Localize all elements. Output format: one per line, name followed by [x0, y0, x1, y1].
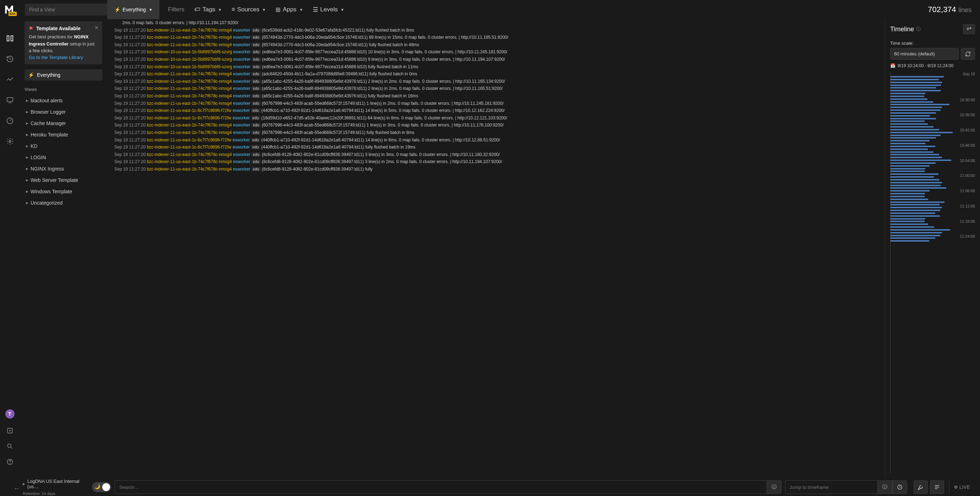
tab-everything[interactable]: ⚡ Everything ▼	[107, 0, 159, 19]
timeline-bar[interactable]	[891, 168, 925, 169]
template-library-link[interactable]: Go to the Template Library	[29, 55, 83, 60]
log-line[interactable]: Sep 19 11:27:20 bzc-indexer-10-us-east-1…	[107, 48, 885, 56]
timeline-bar[interactable]	[891, 196, 924, 197]
log-line[interactable]: Sep 19 11:27:20 bzc-indexer-11-us-east-1…	[107, 27, 885, 34]
timeline-bar[interactable]	[891, 223, 928, 225]
timeline-bar[interactable]	[891, 185, 940, 186]
timeline-bar[interactable]	[891, 218, 925, 220]
timeline-toggle-icon[interactable]	[963, 24, 975, 34]
log-line[interactable]: Sep 19 11:27:20 bzc-indexer-11-us-east-1…	[107, 85, 885, 93]
log-line[interactable]: Sep 19 11:27:20 bzc-indexer-11-us-east-1…	[107, 158, 885, 166]
timeline-bar[interactable]	[891, 107, 942, 108]
timeline-bar[interactable]	[891, 140, 929, 141]
menu-levels[interactable]: ☰Levels▼	[313, 6, 344, 13]
caret-right-icon[interactable]: ▶	[23, 482, 25, 486]
timeline-bar[interactable]	[891, 96, 924, 97]
timeline-bar[interactable]	[891, 120, 924, 122]
live-toggle[interactable]: LIVE	[949, 480, 975, 494]
log-line[interactable]: Sep 19 11:27:20 bzc-indexer-11-us-east-1…	[107, 144, 885, 151]
everything-view[interactable]: ⚡ Everything	[24, 69, 102, 81]
timeline-bar[interactable]	[891, 215, 940, 217]
help-icon[interactable]	[5, 457, 15, 467]
timeline-bar[interactable]	[891, 157, 942, 158]
timeline-bar[interactable]	[891, 212, 935, 214]
timeline-bar[interactable]	[891, 210, 940, 211]
timeline-bar[interactable]	[891, 221, 924, 222]
timeline-bar[interactable]	[891, 85, 941, 86]
timeline-bar[interactable]	[891, 79, 939, 80]
log-line[interactable]: Sep 19 11:27:20 bzc-indexer-11-us-east-1…	[107, 115, 885, 122]
collapse-sidebar-icon[interactable]: ←	[13, 485, 20, 493]
timeline-bar[interactable]	[891, 204, 940, 205]
timeline-bar[interactable]	[891, 173, 939, 175]
screens-icon[interactable]	[5, 95, 15, 105]
find-view-input[interactable]	[25, 3, 107, 16]
timeline-bar[interactable]	[891, 109, 940, 111]
timeline-bar[interactable]	[891, 190, 929, 191]
timeline-bar[interactable]	[891, 82, 942, 83]
views-icon[interactable]	[5, 33, 15, 43]
timeline-bar[interactable]	[891, 93, 925, 94]
timeline-bar[interactable]	[891, 199, 928, 200]
timeline-bar[interactable]	[891, 240, 929, 242]
timeline-bar[interactable]	[891, 182, 942, 183]
theme-toggle[interactable]: 🌙	[92, 482, 111, 492]
log-line[interactable]: Sep 19 11:27:20 bzc-indexer-10-us-east-1…	[107, 63, 885, 71]
clock-icon[interactable]	[892, 480, 907, 494]
log-viewer[interactable]: 2ms. 0 map fails. 0 cluster errors. | ht…	[107, 19, 885, 478]
timeline-bar[interactable]	[891, 159, 951, 161]
timeline-bar[interactable]	[891, 123, 928, 125]
log-line[interactable]: Sep 19 11:27:20 bzc-indexer-11-us-east-1…	[107, 41, 885, 49]
refresh-button[interactable]	[961, 48, 975, 60]
timeline-bar[interactable]	[891, 163, 935, 164]
jump-help-icon[interactable]: ⓘ	[877, 480, 892, 494]
timeline-bar[interactable]	[891, 99, 928, 100]
source-name[interactable]: LogDNA US East Internal (us…	[27, 478, 88, 489]
view-item[interactable]: ▶Windows Template	[24, 186, 102, 197]
log-line[interactable]: Sep 19 11:27:20 bzc-indexer-11-us-east-1…	[107, 129, 885, 136]
timeline-bar[interactable]	[891, 148, 928, 150]
timeline-bar[interactable]	[891, 112, 936, 114]
timeline-bar[interactable]	[891, 152, 934, 153]
timeline-bar[interactable]	[891, 179, 939, 180]
timeline-bar[interactable]	[891, 146, 935, 147]
boards-icon[interactable]	[5, 75, 15, 85]
timeline-bar[interactable]	[891, 235, 940, 236]
add-icon[interactable]	[5, 426, 15, 435]
log-line[interactable]: Sep 19 11:27:20 bzc-indexer-11-us-east-1…	[107, 121, 885, 129]
view-item[interactable]: ▶blackout alerts	[24, 95, 102, 106]
timeline-bar[interactable]	[891, 76, 944, 77]
search-help-icon[interactable]: ⓘ	[767, 480, 781, 494]
timeline-bar[interactable]	[891, 135, 940, 136]
log-line[interactable]: Sep 19 11:27:20 bzc-indexer-11-us-east-1…	[107, 107, 885, 115]
timeline-chart[interactable]: Sep 19 10:30:0010:36:0010:42:0010:48:001…	[890, 72, 975, 473]
log-line[interactable]: Sep 19 11:27:20 bzc-indexer-11-us-east-1…	[107, 34, 885, 41]
gauge-icon[interactable]	[5, 116, 15, 126]
view-item[interactable]: ▶Heroku Template	[24, 129, 102, 140]
timeline-bar[interactable]	[891, 232, 942, 233]
view-item[interactable]: ▶Browser Logger	[24, 106, 102, 118]
timeline-bar[interactable]	[891, 176, 934, 178]
timeline-bar[interactable]	[891, 165, 929, 167]
timeline-bar[interactable]	[891, 101, 933, 103]
log-line[interactable]: Sep 19 11:27:20 bzc-indexer-11-us-east-1…	[107, 93, 885, 100]
log-line[interactable]: Sep 19 11:27:20 bzc-indexer-11-us-east-1…	[107, 100, 885, 107]
view-item[interactable]: ▶LOGIN	[24, 152, 102, 163]
view-item[interactable]: ▶Cache Manager	[24, 118, 102, 129]
timeline-bar[interactable]	[891, 137, 936, 139]
timeline-bar[interactable]	[891, 226, 934, 228]
timeline-bar[interactable]	[891, 126, 934, 128]
timeline-bar[interactable]	[891, 90, 940, 91]
timeline-bar[interactable]	[891, 237, 935, 239]
history-icon[interactable]	[5, 54, 15, 64]
search-input[interactable]	[115, 480, 767, 494]
timeline-bar[interactable]	[891, 201, 945, 203]
menu-tags[interactable]: 🏷Tags▼	[194, 6, 221, 13]
timeline-bar[interactable]	[891, 132, 953, 133]
timeline-bar[interactable]	[891, 229, 950, 231]
log-line[interactable]: Sep 19 11:27:20 bzc-indexer-11-us-east-1…	[107, 70, 885, 78]
timeline-bar[interactable]	[891, 104, 950, 105]
filters-label[interactable]: Filters	[168, 6, 184, 13]
app-logo[interactable]: STA	[0, 3, 19, 16]
help-icon[interactable]: ⓘ	[916, 26, 921, 32]
